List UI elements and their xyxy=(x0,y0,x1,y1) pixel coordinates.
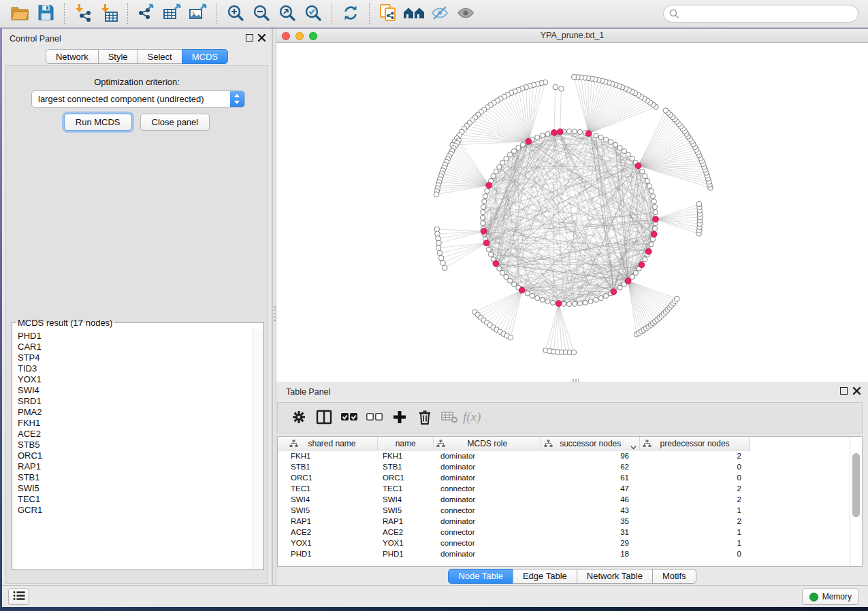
export-table-button[interactable] xyxy=(161,3,184,24)
column-header-successor-nodes[interactable]: successor nodes xyxy=(541,437,640,450)
zoom-fit-button[interactable] xyxy=(276,3,299,24)
splitter-grip-icon xyxy=(274,306,276,321)
memory-label: Memory xyxy=(822,592,852,601)
hide-selected-button[interactable] xyxy=(428,3,451,24)
table-panel: Table Panel f(x) shared name name MCDS r… xyxy=(276,382,868,585)
close-table-panel-button[interactable] xyxy=(852,386,861,395)
eye-slash-icon xyxy=(430,4,449,24)
copy-network-icon xyxy=(379,3,398,24)
table-settings-button[interactable] xyxy=(287,406,310,429)
save-floppy-icon xyxy=(37,4,54,23)
import-network-icon xyxy=(74,3,93,24)
table-row[interactable]: TEC1TEC1connector472 xyxy=(287,483,862,494)
new-network-from-selection-button[interactable] xyxy=(376,3,400,24)
toggle-column-panel-button[interactable] xyxy=(312,406,336,429)
table-row[interactable]: STB1STB1dominator620 xyxy=(287,461,862,472)
export-network-button[interactable] xyxy=(135,3,158,24)
table-row[interactable]: RAP1RAP1dominator352 xyxy=(287,516,862,527)
table-cell: 2 xyxy=(640,483,750,494)
optimization-criterion-dropdown[interactable]: largest connected component (undirected) xyxy=(31,90,245,108)
mcds-result-title: MCDS result (17 nodes) xyxy=(16,318,114,328)
mcds-result-item: PHD1 xyxy=(13,331,253,342)
deselect-all-button[interactable] xyxy=(363,406,386,429)
control-panel-title: Control Panel xyxy=(10,34,61,44)
tab-network-table[interactable]: Network Table xyxy=(577,569,653,584)
column-header-shared-name[interactable]: shared name xyxy=(287,437,378,450)
table-row[interactable]: SWI5SWI5connector431 xyxy=(287,505,862,516)
import-network-button[interactable] xyxy=(71,3,95,24)
tab-style[interactable]: Style xyxy=(98,49,138,64)
network-list-button[interactable] xyxy=(8,589,29,605)
column-header-mcds-role[interactable]: MCDS role xyxy=(434,437,541,450)
zoom-in-button[interactable] xyxy=(224,3,247,24)
close-panel-button-mcds[interactable]: Close panel xyxy=(140,114,210,131)
tab-motifs[interactable]: Motifs xyxy=(652,569,696,584)
function-builder-button[interactable]: f(x) xyxy=(464,406,487,429)
import-table-button[interactable] xyxy=(97,3,120,24)
table-scrollbar-thumb[interactable] xyxy=(852,453,860,517)
add-row-button[interactable] xyxy=(388,406,411,429)
status-bar: Memory xyxy=(2,585,868,607)
delete-table-button[interactable] xyxy=(438,406,462,429)
houses-icon xyxy=(403,4,425,24)
refresh-icon xyxy=(342,4,359,24)
table-row[interactable]: FKH1FKH1dominator962 xyxy=(287,450,862,461)
float-panel-button[interactable] xyxy=(246,34,253,42)
mcds-result-item: PMA2 xyxy=(13,407,253,418)
table-row[interactable]: PHD1PHD1dominator180 xyxy=(287,548,862,559)
table-cell: FKH1 xyxy=(287,450,378,461)
table-cell: 2 xyxy=(640,450,750,461)
search-input[interactable] xyxy=(663,5,858,22)
table-cell: TEC1 xyxy=(287,483,378,494)
apply-layout-button[interactable] xyxy=(339,3,362,24)
tab-network[interactable]: Network xyxy=(46,49,99,64)
show-all-button[interactable] xyxy=(454,3,477,24)
mcds-result-list[interactable]: PHD1CAR1STP4TID3YOX1SWI4SRD1PMA2FKH1ACE2… xyxy=(13,329,253,569)
table-row[interactable]: YOX1YOX1connector291 xyxy=(287,538,862,548)
open-session-button[interactable] xyxy=(8,3,31,24)
table-cell: dominator xyxy=(434,472,541,483)
select-all-button[interactable] xyxy=(338,406,361,429)
mcds-result-item: TID3 xyxy=(13,363,253,374)
network-window-title: YPA_prune.txt_1 xyxy=(276,31,868,40)
first-neighbors-button[interactable] xyxy=(402,3,425,24)
zoom-out-button[interactable] xyxy=(250,3,273,24)
run-mcds-button[interactable]: Run MCDS xyxy=(64,114,132,131)
table-cell: 31 xyxy=(541,527,640,538)
mcds-list-scrollbar[interactable] xyxy=(253,329,263,569)
list-icon xyxy=(13,591,25,603)
zoom-out-icon xyxy=(253,4,270,24)
horizontal-splitter-grip-icon[interactable] xyxy=(573,379,579,382)
close-panel-button[interactable] xyxy=(257,33,266,42)
table-cell: dominator xyxy=(434,548,541,559)
mcds-result-item: CAR1 xyxy=(13,342,253,352)
export-image-icon xyxy=(189,3,208,24)
eye-icon xyxy=(456,4,475,24)
float-table-panel-button[interactable] xyxy=(840,387,848,395)
memory-button[interactable]: Memory xyxy=(802,589,859,605)
tab-edge-table[interactable]: Edge Table xyxy=(513,569,577,584)
tab-node-table[interactable]: Node Table xyxy=(448,569,513,584)
fx-icon: f(x) xyxy=(462,409,488,427)
table-cell: dominator xyxy=(434,516,541,527)
mcds-result-item: ORC1 xyxy=(13,450,253,461)
export-image-button[interactable] xyxy=(187,3,210,24)
table-row[interactable]: SWI4SWI4dominator462 xyxy=(287,494,862,505)
table-row[interactable]: ORC1ORC1dominator610 xyxy=(287,472,862,483)
table-cell: 1 xyxy=(640,538,750,548)
table-row[interactable]: ACE2ACE2connector311 xyxy=(287,527,862,538)
table-cell: YOX1 xyxy=(378,538,434,548)
svg-text:f(x): f(x) xyxy=(463,410,481,425)
tab-select[interactable]: Select xyxy=(138,49,182,64)
delete-selected-button[interactable] xyxy=(413,406,436,429)
table-cell: dominator xyxy=(434,450,541,461)
tab-mcds[interactable]: MCDS xyxy=(182,49,228,64)
column-header-predecessor-nodes[interactable]: predecessor nodes xyxy=(640,437,750,450)
zoom-selected-button[interactable] xyxy=(302,3,325,24)
mcds-result-item: STP4 xyxy=(13,352,253,363)
column-header-name[interactable]: name xyxy=(378,437,434,450)
zoom-in-icon xyxy=(227,4,244,24)
network-canvas[interactable] xyxy=(276,43,868,382)
mcds-result-item: TEC1 xyxy=(13,494,253,505)
save-session-button[interactable] xyxy=(34,3,57,24)
